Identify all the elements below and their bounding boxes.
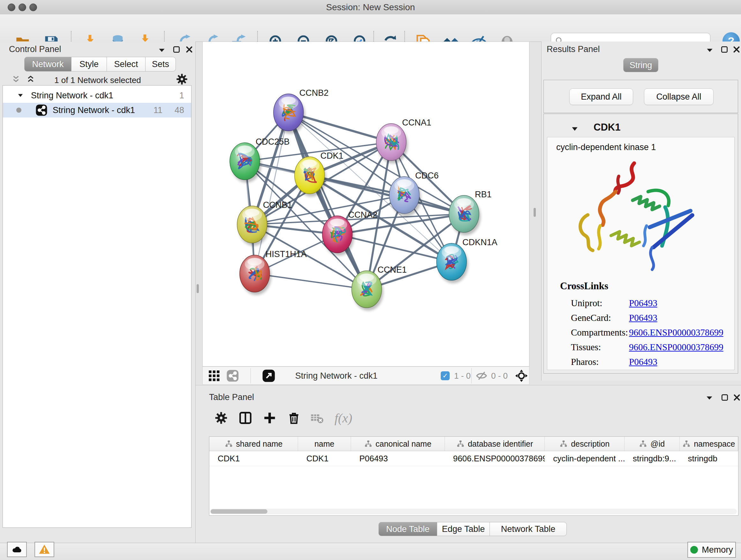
float-panel-icon[interactable] bbox=[705, 394, 714, 401]
results-panel-title: Results Panel bbox=[547, 44, 600, 54]
tab-style[interactable]: Style bbox=[71, 57, 107, 71]
crosslinks-list: Uniprot:P06493GeneCard:P06493Compartment… bbox=[571, 296, 728, 369]
warning-triangle-icon bbox=[39, 544, 50, 555]
network-graph[interactable]: CCNB2CCNA1CDC25BCDK1CDC6RB1CCNB1CCNA2CDK… bbox=[203, 42, 529, 366]
column-header-shared-name[interactable]: shared name bbox=[209, 437, 298, 451]
crosslink-link[interactable]: P06493 bbox=[629, 298, 657, 308]
crosslink-link[interactable]: P06493 bbox=[629, 357, 657, 367]
table-cell: stringdb:9... bbox=[624, 451, 680, 466]
create-column-button[interactable] bbox=[261, 409, 279, 427]
table-options-button[interactable] bbox=[212, 409, 230, 427]
crosslink-link[interactable]: 9606.ENSP00000378699 bbox=[629, 342, 724, 353]
entry-expander-icon[interactable] bbox=[570, 125, 579, 132]
network-collection-row[interactable]: String Network - cdk1 1 bbox=[3, 88, 191, 103]
delete-table-icon bbox=[310, 411, 324, 425]
columns-icon bbox=[239, 411, 253, 425]
float-panel-icon[interactable] bbox=[158, 47, 166, 54]
network-node[interactable] bbox=[273, 94, 305, 134]
selected-nodes-indicator[interactable]: ✓ 1 - 0 bbox=[441, 369, 471, 383]
close-panel-icon[interactable] bbox=[732, 45, 741, 54]
network-node[interactable] bbox=[436, 243, 468, 283]
crosslink-link[interactable]: P06493 bbox=[629, 313, 657, 323]
network-node[interactable] bbox=[294, 157, 326, 197]
results-actions-box: Expand All Collapse All bbox=[543, 80, 738, 113]
tab-network-table[interactable]: Network Table bbox=[490, 522, 567, 536]
maximize-panel-icon[interactable] bbox=[172, 45, 181, 54]
table-cell: stringdb bbox=[679, 451, 738, 466]
maximize-panel-icon[interactable] bbox=[720, 45, 729, 54]
node-label: CDK1 bbox=[320, 151, 343, 161]
network-status-dot bbox=[16, 108, 21, 113]
network-canvas[interactable]: CCNB2CCNA1CDC25BCDK1CDC6RB1CCNB1CCNA2CDK… bbox=[202, 42, 529, 367]
eye-slash-icon bbox=[476, 370, 487, 381]
function-builder-button[interactable]: f(x) bbox=[329, 409, 358, 427]
collapse-all-button[interactable]: Collapse All bbox=[644, 88, 714, 105]
tab-sets[interactable]: Sets bbox=[145, 57, 176, 71]
tab-node-table[interactable]: Node Table bbox=[379, 522, 437, 536]
column-header-namespace[interactable]: namespace bbox=[680, 437, 738, 451]
show-columns-button[interactable] bbox=[237, 409, 254, 427]
maximize-panel-icon[interactable] bbox=[721, 393, 729, 401]
network-node[interactable] bbox=[449, 195, 481, 235]
network-edge[interactable] bbox=[310, 175, 464, 214]
detach-view-button[interactable] bbox=[262, 369, 275, 383]
column-header-database-identifier[interactable]: database identifier bbox=[445, 437, 545, 451]
column-header-description[interactable]: description bbox=[545, 437, 624, 451]
status-bar: Memory bbox=[0, 543, 741, 560]
column-header-canonical-name[interactable]: canonical name bbox=[351, 437, 445, 451]
pan-mode-button[interactable] bbox=[515, 369, 528, 383]
delete-table-button[interactable] bbox=[308, 409, 326, 427]
tab-edge-table[interactable]: Edge Table bbox=[437, 522, 490, 536]
crosslink-label: Pharos: bbox=[571, 357, 629, 367]
tab-select[interactable]: Select bbox=[107, 57, 145, 71]
float-panel-icon[interactable] bbox=[705, 47, 714, 54]
table-header-row: shared namenamecanonical namedatabase id… bbox=[209, 437, 738, 451]
vertical-splitter-handle[interactable] bbox=[197, 284, 199, 293]
network-overview-button[interactable] bbox=[226, 369, 239, 383]
close-panel-icon[interactable] bbox=[733, 393, 741, 401]
crosslink-row: Uniprot:P06493 bbox=[571, 296, 728, 310]
expand-all-button[interactable]: Expand All bbox=[569, 88, 633, 105]
sitemap-icon bbox=[639, 440, 647, 448]
network-selection-status: 1 of 1 Network selected bbox=[0, 75, 195, 85]
network-node[interactable] bbox=[352, 271, 383, 311]
delete-column-button[interactable] bbox=[285, 409, 303, 427]
memory-button[interactable]: Memory bbox=[687, 542, 736, 558]
network-node[interactable] bbox=[389, 177, 421, 216]
sitemap-icon bbox=[456, 440, 465, 448]
node-label: CCNA1 bbox=[402, 118, 431, 127]
warnings-button[interactable] bbox=[35, 542, 54, 557]
crosslink-row: Pharos:P06493 bbox=[571, 354, 728, 369]
crosslink-label: Uniprot: bbox=[571, 298, 629, 308]
network-row[interactable]: String Network - cdk1 11 48 bbox=[3, 103, 191, 118]
column-header-label: database identifier bbox=[468, 439, 533, 449]
table-row[interactable]: CDK1CDK1P064939606.ENSP00000378699cyclin… bbox=[209, 451, 738, 466]
network-options-gear-icon[interactable] bbox=[176, 73, 188, 85]
column-header-label: name bbox=[314, 439, 334, 449]
control-panel-title: Control Panel bbox=[9, 44, 61, 54]
vertical-splitter-handle[interactable] bbox=[534, 208, 536, 217]
scrollbar-thumb[interactable] bbox=[211, 509, 267, 514]
network-label: String Network - cdk1 bbox=[53, 105, 135, 115]
network-edge[interactable] bbox=[255, 273, 367, 289]
network-node[interactable] bbox=[322, 216, 354, 256]
close-panel-icon[interactable] bbox=[185, 45, 193, 54]
horizontal-scrollbar[interactable] bbox=[210, 509, 737, 514]
network-node[interactable] bbox=[240, 255, 271, 295]
network-node[interactable] bbox=[237, 206, 269, 246]
column-header-name[interactable]: name bbox=[298, 437, 351, 451]
cloud-status-button[interactable] bbox=[7, 542, 27, 557]
tree-expander-icon[interactable] bbox=[17, 92, 24, 98]
tab-string[interactable]: String bbox=[623, 58, 658, 72]
network-edge[interactable] bbox=[288, 112, 367, 289]
node-label: RB1 bbox=[475, 190, 492, 199]
collection-count: 1 bbox=[179, 91, 184, 101]
hidden-nodes-indicator[interactable]: 0 - 0 bbox=[476, 369, 508, 383]
crosslink-link[interactable]: 9606.ENSP00000378699 bbox=[629, 327, 724, 338]
birds-eye-view-button[interactable] bbox=[208, 369, 220, 383]
tab-network[interactable]: Network bbox=[24, 57, 71, 71]
selected-counts: 1 - 0 bbox=[454, 371, 471, 381]
column-header-@id[interactable]: @id bbox=[624, 437, 680, 451]
network-node[interactable] bbox=[376, 124, 408, 164]
external-link-icon bbox=[262, 369, 275, 382]
